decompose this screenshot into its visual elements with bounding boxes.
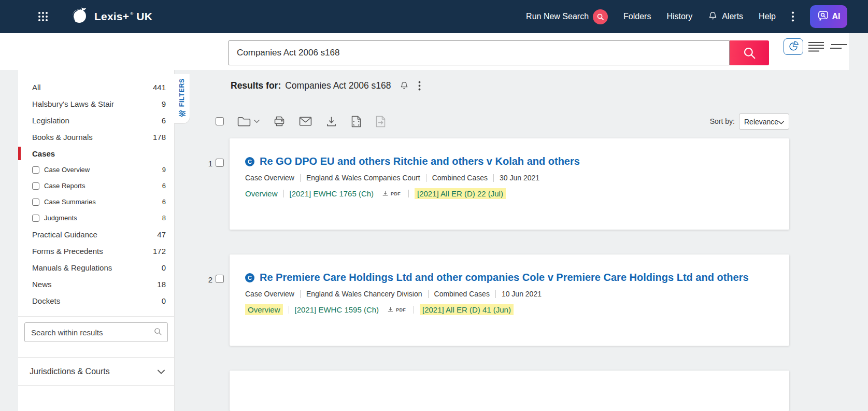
result-2-checkbox[interactable] <box>216 275 224 283</box>
sidebar-divider <box>18 385 174 386</box>
download-icon[interactable] <box>325 116 337 127</box>
print-icon[interactable] <box>273 115 286 127</box>
filters-panel-tab[interactable]: FILTERS <box>174 74 190 124</box>
result-title-link[interactable]: Re Premiere Care Holdings Ltd and other … <box>260 272 749 284</box>
result-1-checkbox[interactable] <box>216 159 224 167</box>
sidebar-item-cases-active[interactable]: Cases <box>18 145 174 162</box>
alerts-label: Alerts <box>722 12 743 21</box>
sort-by-label: Sort by: <box>692 117 735 125</box>
results-header: Results for: Companies Act 2006 s168 <box>231 78 421 93</box>
sort-dropdown[interactable]: Relevance <box>739 114 789 130</box>
meta-case-group: Combined Cases <box>432 174 488 182</box>
search-badge-icon <box>593 9 608 24</box>
results-toolbar <box>216 112 386 130</box>
app-grid-icon[interactable] <box>37 11 49 22</box>
pie-chart-icon <box>788 40 799 53</box>
sidebar-item-count: 6 <box>162 116 166 125</box>
export-document-icon <box>375 116 386 127</box>
sidebar-item-halsburys[interactable]: Halsbury's Laws & Stair 9 <box>18 95 174 112</box>
jurisdictions-label: Jurisdictions & Courts <box>30 367 158 376</box>
lexis-logo: Lexis+®UK <box>69 6 152 27</box>
search-submit-button[interactable] <box>730 40 769 65</box>
sidebar-item-count: 0 <box>162 296 166 305</box>
result-card-1: C Re GO DPO EU and others Ritchie and ot… <box>230 138 789 230</box>
add-to-folder-icon[interactable] <box>237 116 260 127</box>
citation-link[interactable]: [2021] EWHC 1765 (Ch) <box>290 189 374 198</box>
sidebar-item-label: All <box>32 83 153 92</box>
sidebar-item-label: Manuals & Regulations <box>32 263 162 272</box>
overview-link[interactable]: Overview <box>245 304 283 315</box>
list-view-toggle[interactable] <box>808 41 824 54</box>
search-within-magnifier-icon[interactable] <box>153 327 162 338</box>
compact-view-toggle[interactable] <box>830 43 847 52</box>
meta-content-type: Case Overview <box>245 290 294 298</box>
nav-help[interactable]: Help <box>759 12 776 21</box>
jurisdictions-courts-accordion[interactable]: Jurisdictions & Courts <box>18 358 174 385</box>
sidebar-subitem-case-summaries[interactable]: Case Summaries 6 <box>18 194 174 210</box>
results-for-label: Results for: <box>231 80 281 91</box>
result-meta: Case Overview England & Wales Companies … <box>245 174 775 182</box>
ai-assistant-button[interactable]: AI <box>810 5 847 28</box>
sidebar-item-label: Practical Guidance <box>32 230 157 239</box>
citation-link[interactable]: [2021] EWHC 1595 (Ch) <box>295 305 379 314</box>
sidebar-item-count: 0 <box>162 263 166 272</box>
case-summaries-checkbox[interactable] <box>32 199 39 206</box>
run-new-search-button[interactable]: Run New Search <box>526 9 608 24</box>
meta-court: England & Wales Chancery Division <box>306 290 422 298</box>
compact-lines-icon <box>830 43 847 52</box>
all-er-citation-link[interactable]: [2021] All ER (D) 41 (Jun) <box>420 304 514 315</box>
results-filter-sidebar: All 441 Halsbury's Laws & Stair 9 Legisl… <box>18 70 175 411</box>
meta-date: 10 Jun 2021 <box>502 290 542 298</box>
sidebar-item-books-journals[interactable]: Books & Journals 178 <box>18 129 174 145</box>
nav-alerts[interactable]: Alerts <box>708 11 743 23</box>
create-alert-bell-icon[interactable] <box>400 81 409 90</box>
results-query-text: Companies Act 2006 s168 <box>285 80 391 91</box>
logo-name: Lexis+ <box>94 10 129 23</box>
sidebar-item-manuals-regulations[interactable]: Manuals & Regulations 0 <box>18 259 174 276</box>
pdf-download-link[interactable]: PDF <box>382 190 401 197</box>
sidebar-subitem-judgments[interactable]: Judgments 8 <box>18 210 174 226</box>
sidebar-subitem-case-reports[interactable]: Case Reports 6 <box>18 178 174 194</box>
sidebar-item-legislation[interactable]: Legislation 6 <box>18 112 174 129</box>
main-search-input[interactable] <box>228 40 730 65</box>
sidebar-item-dockets[interactable]: Dockets 0 <box>18 292 174 309</box>
sidebar-item-all[interactable]: All 441 <box>18 79 174 95</box>
result-meta: Case Overview England & Wales Chancery D… <box>245 290 775 298</box>
sidebar-subitem-count: 6 <box>162 182 166 190</box>
folders-label: Folders <box>623 12 651 21</box>
filters-tab-label: FILTERS <box>178 78 186 107</box>
results-options-kebab-icon[interactable] <box>418 81 421 91</box>
logo-region: UK <box>136 10 152 23</box>
select-all-checkbox[interactable] <box>216 117 224 125</box>
email-icon[interactable] <box>299 116 312 126</box>
snapshot-view-toggle[interactable] <box>784 38 803 55</box>
search-within-results-input[interactable] <box>31 328 153 337</box>
sidebar-item-forms-precedents[interactable]: Forms & Precedents 172 <box>18 243 174 259</box>
overview-link[interactable]: Overview <box>245 189 278 198</box>
sidebar-subitem-label: Case Reports <box>44 182 162 190</box>
case-overview-checkbox[interactable] <box>32 166 39 174</box>
judgments-checkbox[interactable] <box>32 215 39 222</box>
pdf-label: PDF <box>391 191 401 196</box>
sidebar-subitem-case-overview[interactable]: Case Overview 9 <box>18 162 174 178</box>
result-title-link[interactable]: Re GO DPO EU and others Ritchie and othe… <box>260 155 580 167</box>
document-fullview-icon[interactable] <box>351 116 362 127</box>
nav-folders[interactable]: Folders <box>623 12 651 21</box>
navbar-menu: Run New Search Folders History Alerts <box>526 5 847 28</box>
case-reports-checkbox[interactable] <box>32 182 39 190</box>
history-label: History <box>666 12 692 21</box>
nav-history[interactable]: History <box>666 12 692 21</box>
pdf-download-link[interactable]: PDF <box>387 306 406 313</box>
sidebar-item-label: Books & Journals <box>32 133 153 141</box>
result-number: 2 <box>204 275 212 284</box>
sidebar-item-news[interactable]: News 18 <box>18 276 174 292</box>
chevron-down-icon <box>158 367 165 376</box>
sidebar-subitem-label: Judgments <box>44 214 162 222</box>
more-options-kebab-icon[interactable] <box>791 11 794 22</box>
result-links: Overview [2021] EWHC 1765 (Ch) PDF [2021… <box>245 188 775 199</box>
sidebar-item-count: 441 <box>153 83 166 92</box>
all-er-citation-link[interactable]: [2021] All ER (D) 22 (Jul) <box>415 188 506 199</box>
sidebar-item-practical-guidance[interactable]: Practical Guidance 47 <box>18 226 174 243</box>
sidebar-subitem-count: 8 <box>162 214 166 222</box>
download-icon <box>387 306 394 313</box>
